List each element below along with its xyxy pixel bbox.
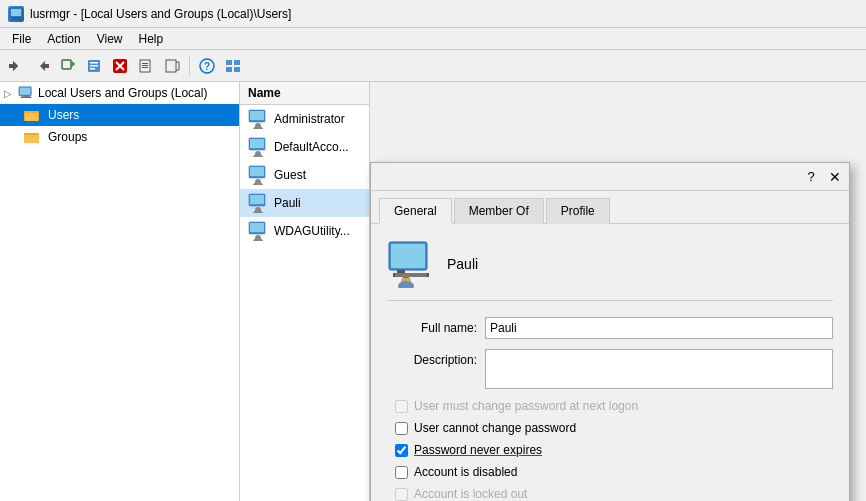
svg-rect-36 bbox=[250, 139, 264, 148]
svg-rect-20 bbox=[234, 67, 240, 72]
dialog-close-button[interactable]: ✕ bbox=[825, 167, 845, 187]
menu-help[interactable]: Help bbox=[131, 30, 172, 48]
expand-icon: ▷ bbox=[4, 88, 16, 99]
folder-open-icon bbox=[24, 107, 40, 123]
title-bar: lusrmgr - [Local Users and Groups (Local… bbox=[0, 0, 866, 28]
svg-point-42 bbox=[253, 182, 263, 185]
checkbox-password-never-expires-row: Password never expires bbox=[387, 443, 833, 457]
svg-rect-1 bbox=[13, 17, 19, 18]
dialog-content: Pauli Full name: Description: User must … bbox=[371, 223, 849, 501]
svg-rect-13 bbox=[142, 67, 148, 68]
tree-item-label-users: Users bbox=[48, 108, 79, 122]
show-properties-button[interactable] bbox=[82, 54, 106, 78]
title-bar-text: lusrmgr - [Local Users and Groups (Local… bbox=[30, 7, 858, 21]
user-name-defaultaccount: DefaultAcco... bbox=[274, 140, 349, 154]
description-input[interactable] bbox=[485, 349, 833, 389]
tab-member-of[interactable]: Member Of bbox=[454, 198, 544, 224]
user-name-wdagutility: WDAGUtility... bbox=[274, 224, 350, 238]
tab-profile[interactable]: Profile bbox=[546, 198, 610, 224]
svg-rect-26 bbox=[24, 111, 31, 113]
dialog-help-button[interactable]: ? bbox=[801, 167, 821, 187]
main-area: ▷ Local Users and Groups (Local) User bbox=[0, 82, 866, 501]
tree-item-lusrmgr[interactable]: ▷ Local Users and Groups (Local) bbox=[0, 82, 239, 104]
account-disabled-checkbox[interactable] bbox=[395, 466, 408, 479]
svg-point-34 bbox=[253, 126, 263, 129]
user-name-pauli: Pauli bbox=[274, 196, 301, 210]
user-profile-section: Pauli bbox=[387, 240, 833, 301]
user-item-wdagutility[interactable]: WDAGUtility... bbox=[240, 217, 369, 245]
svg-rect-32 bbox=[250, 111, 264, 120]
user-name-administrator: Administrator bbox=[274, 112, 345, 126]
menu-view[interactable]: View bbox=[89, 30, 131, 48]
refresh-button[interactable] bbox=[56, 54, 80, 78]
user-properties-dialog: ? ✕ General Member Of Profile bbox=[370, 162, 850, 501]
folder-icon bbox=[24, 129, 40, 145]
user-item-pauli[interactable]: Pauli bbox=[240, 189, 369, 217]
computer-icon bbox=[18, 85, 34, 101]
app-icon bbox=[8, 6, 24, 22]
users-panel-header: Name bbox=[240, 82, 369, 105]
forward-button[interactable] bbox=[30, 54, 54, 78]
svg-point-57 bbox=[398, 281, 414, 288]
checkbox-account-disabled-row: Account is disabled bbox=[387, 465, 833, 479]
view-button[interactable] bbox=[221, 54, 245, 78]
cannot-change-password-checkbox[interactable] bbox=[395, 422, 408, 435]
svg-point-50 bbox=[253, 238, 263, 241]
menu-file[interactable]: File bbox=[4, 30, 39, 48]
svg-rect-53 bbox=[397, 270, 405, 273]
svg-rect-23 bbox=[22, 96, 29, 97]
svg-rect-55 bbox=[395, 273, 427, 277]
description-row: Description: bbox=[387, 349, 833, 389]
must-change-password-label: User must change password at next logon bbox=[414, 399, 638, 413]
must-change-password-checkbox[interactable] bbox=[395, 400, 408, 413]
back-button[interactable] bbox=[4, 54, 28, 78]
user-icon-pauli bbox=[248, 193, 268, 213]
user-display-name: Pauli bbox=[447, 256, 478, 272]
full-name-input[interactable] bbox=[485, 317, 833, 339]
menu-bar: File Action View Help bbox=[0, 28, 866, 50]
tree-item-label-groups: Groups bbox=[48, 130, 87, 144]
svg-rect-52 bbox=[391, 244, 425, 268]
users-panel: Name Administrator DefaultAcco... bbox=[240, 82, 370, 501]
tree-item-label-lusrmgr: Local Users and Groups (Local) bbox=[38, 86, 207, 100]
user-avatar bbox=[387, 240, 435, 288]
svg-rect-19 bbox=[226, 67, 232, 72]
svg-rect-30 bbox=[24, 135, 39, 143]
toolbar: ? bbox=[0, 50, 866, 82]
password-never-expires-label: Password never expires bbox=[414, 443, 542, 457]
tree-panel: ▷ Local Users and Groups (Local) User bbox=[0, 82, 240, 501]
tree-item-groups[interactable]: Groups bbox=[0, 126, 239, 148]
svg-rect-3 bbox=[11, 9, 21, 16]
svg-rect-18 bbox=[234, 60, 240, 65]
checkbox-account-locked-row: Account is locked out bbox=[387, 487, 833, 501]
dialog-title-bar: ? ✕ bbox=[371, 163, 849, 191]
svg-text:?: ? bbox=[204, 61, 210, 72]
user-icon-wdagutility bbox=[248, 221, 268, 241]
svg-rect-12 bbox=[142, 65, 148, 66]
checkbox-must-change-password-row: User must change password at next logon bbox=[387, 399, 833, 413]
svg-rect-7 bbox=[90, 65, 98, 67]
svg-rect-11 bbox=[142, 63, 148, 64]
user-item-guest[interactable]: Guest bbox=[240, 161, 369, 189]
menu-action[interactable]: Action bbox=[39, 30, 88, 48]
delete-button[interactable] bbox=[108, 54, 132, 78]
password-never-expires-checkbox[interactable] bbox=[395, 444, 408, 457]
user-item-defaultaccount[interactable]: DefaultAcco... bbox=[240, 133, 369, 161]
user-item-administrator[interactable]: Administrator bbox=[240, 105, 369, 133]
help-button[interactable]: ? bbox=[195, 54, 219, 78]
tab-general[interactable]: General bbox=[379, 198, 452, 224]
user-icon-administrator bbox=[248, 109, 268, 129]
svg-rect-6 bbox=[90, 62, 98, 64]
svg-rect-40 bbox=[250, 167, 264, 176]
svg-rect-2 bbox=[11, 18, 21, 20]
user-icon-defaultaccount bbox=[248, 137, 268, 157]
svg-rect-48 bbox=[250, 223, 264, 232]
export-button[interactable] bbox=[134, 54, 158, 78]
svg-rect-22 bbox=[20, 88, 31, 95]
tree-item-users[interactable]: Users bbox=[0, 104, 239, 126]
account-locked-checkbox[interactable] bbox=[395, 488, 408, 501]
account-locked-label: Account is locked out bbox=[414, 487, 527, 501]
svg-rect-17 bbox=[226, 60, 232, 65]
svg-rect-4 bbox=[62, 60, 71, 69]
import-button[interactable] bbox=[160, 54, 184, 78]
